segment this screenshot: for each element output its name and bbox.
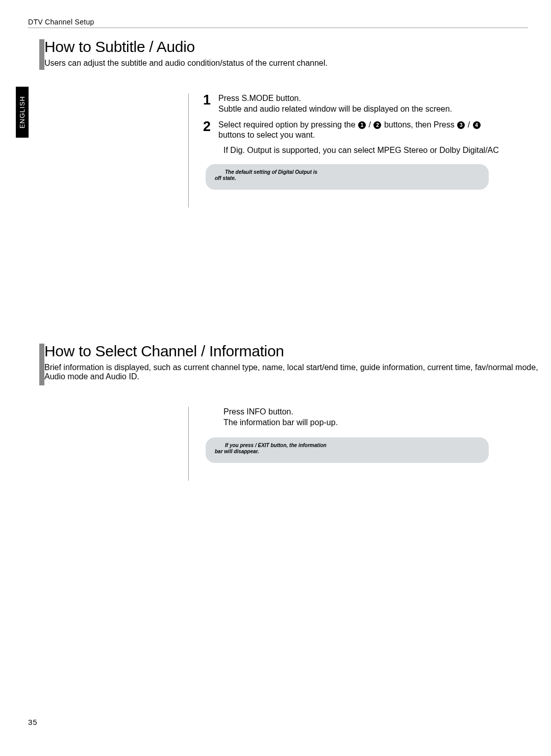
note-box-line1: The default setting of Digital Output is <box>225 169 480 175</box>
note-box: If you press / EXIT button, the informat… <box>206 437 489 463</box>
section-title: How to Select Channel / Information <box>44 343 551 360</box>
down-icon: 2 <box>373 121 381 129</box>
note-box-line1: If you press / EXIT button, the informat… <box>225 442 480 449</box>
step-1: 1 Press S.MODE button. Subtle and audio … <box>203 93 551 115</box>
step-text: Press S.MODE button. Subtle and audio re… <box>218 93 551 115</box>
right-icon: 4 <box>473 121 481 129</box>
section-title: How to Subtitle / Audio <box>44 38 551 56</box>
section-subtitle-audio: How to Subtitle / Audio Users can adjust… <box>44 38 551 207</box>
breadcrumb: DTV Channel Setup <box>28 18 551 28</box>
steps-container: 1 Press S.MODE button. Subtle and audio … <box>188 93 551 207</box>
section-description: Users can adjust the subtitle and audio … <box>44 59 551 68</box>
header-rule <box>28 28 528 28</box>
step-text: Select required option by pressing the 1… <box>218 120 551 141</box>
note-box: The default setting of Digital Output is… <box>206 164 489 190</box>
note-box-line2: off state. <box>215 175 480 181</box>
info-step: Press INFO button. The information bar w… <box>223 407 551 428</box>
note-box-line2: bar will disappear. <box>215 449 480 455</box>
up-icon: 1 <box>358 121 366 129</box>
left-icon: 3 <box>457 121 465 129</box>
section-channel-info: How to Select Channel / Information Brie… <box>44 343 551 481</box>
language-tab: ENGLISH <box>16 87 29 138</box>
section-accent-bar <box>39 344 44 385</box>
steps-container: Press INFO button. The information bar w… <box>188 407 551 481</box>
step-number: 2 <box>203 120 211 134</box>
page-number: 35 <box>28 718 38 726</box>
step-2: 2 Select required option by pressing the… <box>203 120 551 141</box>
dig-output-note: If Dig. Output is supported, you can sel… <box>223 146 551 155</box>
step-number: 1 <box>203 93 211 107</box>
section-accent-bar <box>39 39 44 70</box>
section-description: Brief information is displayed, such as … <box>44 363 551 381</box>
